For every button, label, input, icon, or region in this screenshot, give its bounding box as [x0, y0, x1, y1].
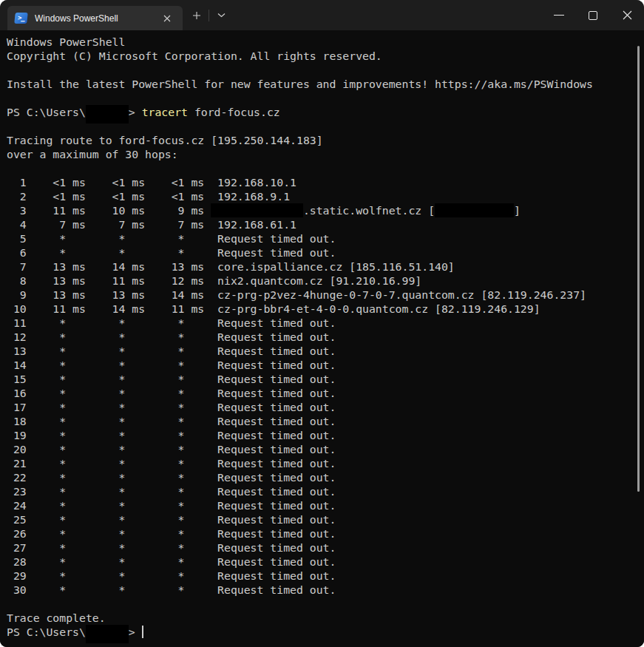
plus-icon	[192, 11, 201, 20]
tabbar-divider	[209, 10, 209, 21]
terminal-line: 7 13 ms 14 ms 13 ms core.ispalliance.cz …	[7, 260, 644, 274]
terminal-text: 27 * * * Request timed out.	[7, 541, 336, 554]
terminal-line: 30 * * * Request timed out.	[7, 583, 644, 597]
terminal-line	[7, 91, 644, 105]
tab-title: Windows PowerShell	[35, 13, 157, 24]
terminal-text: 11 * * * Request timed out.	[7, 316, 336, 329]
terminal-text: over a maximum of 30 hops:	[7, 148, 178, 160]
terminal-text: 13 * * * Request timed out.	[7, 345, 336, 357]
terminal-line: 1 <1 ms <1 ms <1 ms 192.168.10.1	[7, 175, 644, 189]
terminal-line: 20 * * * Request timed out.	[7, 442, 644, 456]
redaction-box	[86, 625, 129, 639]
redaction-box	[211, 203, 303, 217]
terminal-line: Trace complete.	[7, 611, 644, 625]
terminal-text: 23 * * * Request timed out.	[7, 485, 336, 498]
terminal-viewport[interactable]: Windows PowerShellCopyright (C) Microsof…	[0, 30, 644, 647]
terminal-line: 9 13 ms 13 ms 14 ms cz-prg-p2vez-4hunge-…	[7, 288, 644, 302]
terminal-line: Tracing route to ford-focus.cz [195.250.…	[7, 133, 644, 147]
terminal-text: 10 11 ms 14 ms 11 ms cz-prg-bbr4-et-4-0-…	[7, 302, 540, 315]
redaction-box	[435, 203, 514, 217]
redaction-box	[86, 105, 129, 119]
terminal-line	[7, 119, 644, 133]
terminal-line: 11 * * * Request timed out.	[7, 316, 644, 330]
terminal-text: 18 * * * Request timed out.	[7, 415, 336, 427]
terminal-line: PS C:\Users\> tracert ford-focus.cz	[7, 105, 644, 119]
tab-dropdown-button[interactable]	[211, 6, 231, 25]
minimize-icon	[554, 15, 564, 16]
terminal-line: 13 * * * Request timed out.	[7, 344, 644, 358]
chevron-down-icon	[217, 13, 226, 18]
terminal-text: 19 * * * Request timed out.	[7, 429, 336, 441]
terminal-line: 19 * * * Request timed out.	[7, 428, 644, 442]
terminal-text: PS C:\Users\	[7, 106, 86, 118]
terminal-text: 8 13 ms 11 ms 12 ms nix2.quantcom.cz [91…	[7, 274, 421, 287]
terminal-line: 4 7 ms 7 ms 7 ms 192.168.61.1	[7, 217, 644, 231]
terminal-text: ford-focus.cz	[188, 106, 280, 118]
terminal-text: 26 * * * Request timed out.	[7, 527, 336, 540]
terminal-text: 25 * * * Request timed out.	[7, 513, 336, 526]
terminal-cursor	[142, 626, 143, 638]
terminal-text: 24 * * * Request timed out.	[7, 499, 336, 512]
terminal-text: 30 * * * Request timed out.	[7, 583, 336, 596]
terminal-line: 6 * * * Request timed out.	[7, 245, 644, 260]
terminal-line	[7, 161, 644, 175]
titlebar[interactable]: >_ Windows PowerShell	[0, 0, 644, 30]
close-icon	[623, 10, 632, 20]
terminal-line	[7, 597, 644, 611]
terminal-line: 25 * * * Request timed out.	[7, 512, 644, 526]
terminal-text: Install the latest PowerShell for new fe…	[7, 78, 593, 90]
scrollbar[interactable]	[637, 46, 640, 492]
terminal-text: 21 * * * Request timed out.	[7, 457, 336, 470]
terminal-line: 16 * * * Request timed out.	[7, 386, 644, 400]
terminal-line: 17 * * * Request timed out.	[7, 400, 644, 414]
terminal-line: 21 * * * Request timed out.	[7, 456, 644, 470]
close-icon	[163, 15, 171, 22]
terminal-text: 14 * * * Request timed out.	[7, 359, 336, 371]
maximize-icon	[589, 11, 597, 20]
maximize-button[interactable]	[576, 0, 610, 30]
terminal-text: 17 * * * Request timed out.	[7, 401, 336, 413]
terminal-text: 1 <1 ms <1 ms <1 ms 192.168.10.1	[7, 176, 296, 189]
terminal-text: ]	[514, 204, 521, 217]
terminal-line: 2 <1 ms <1 ms <1 ms 192.168.9.1	[7, 189, 644, 203]
caption-buttons	[542, 0, 644, 30]
terminal-text: 22 * * * Request timed out.	[7, 471, 336, 484]
terminal-text: 5 * * * Request timed out.	[7, 232, 336, 245]
terminal-line: 10 11 ms 14 ms 11 ms cz-prg-bbr4-et-4-0-…	[7, 302, 644, 316]
minimize-button[interactable]	[542, 0, 576, 30]
new-tab-button[interactable]	[187, 6, 206, 25]
close-button[interactable]	[610, 0, 644, 30]
terminal-text: 15 * * * Request timed out.	[7, 373, 336, 385]
terminal-text: 12 * * * Request timed out.	[7, 331, 336, 343]
terminal-line: 26 * * * Request timed out.	[7, 526, 644, 541]
terminal-line: Copyright (C) Microsoft Corporation. All…	[7, 49, 644, 63]
terminal-line: 28 * * * Request timed out.	[7, 555, 644, 569]
terminal-text: Copyright (C) Microsoft Corporation. All…	[7, 50, 382, 62]
terminal-line: 29 * * * Request timed out.	[7, 569, 644, 583]
terminal-line: PS C:\Users\>	[7, 625, 644, 639]
terminal-text: 28 * * * Request timed out.	[7, 555, 336, 568]
tabbar-extra	[183, 0, 231, 30]
terminal-text: >	[129, 106, 142, 118]
terminal-line	[7, 63, 644, 77]
terminal-line: 5 * * * Request timed out.	[7, 231, 644, 245]
terminal-text: 20 * * * Request timed out.	[7, 443, 336, 455]
tab-windows-powershell[interactable]: >_ Windows PowerShell	[7, 6, 183, 30]
terminal-text: >	[129, 626, 142, 638]
terminal-line: Windows PowerShell	[7, 35, 644, 49]
terminal-text: 9 13 ms 13 ms 14 ms cz-prg-p2vez-4hunge-…	[7, 288, 586, 301]
terminal-text: Tracing route to ford-focus.cz [195.250.…	[7, 134, 323, 146]
terminal-text: PS C:\Users\	[7, 626, 86, 638]
terminal-line: 8 13 ms 11 ms 12 ms nix2.quantcom.cz [91…	[7, 274, 644, 288]
terminal-text: 7 13 ms 14 ms 13 ms core.ispalliance.cz …	[7, 260, 455, 273]
terminal-window: >_ Windows PowerShell	[0, 0, 644, 647]
tab-close-button[interactable]	[157, 9, 177, 28]
terminal-line: 14 * * * Request timed out.	[7, 358, 644, 372]
terminal-text: 6 * * * Request timed out.	[7, 246, 336, 259]
terminal-line: 12 * * * Request timed out.	[7, 330, 644, 344]
terminal-lines: Windows PowerShellCopyright (C) Microsof…	[7, 35, 644, 639]
terminal-text: 3 11 ms 10 ms 9 ms	[7, 204, 211, 217]
powershell-icon: >_	[14, 13, 28, 24]
terminal-line: 27 * * * Request timed out.	[7, 541, 644, 555]
terminal-text: 16 * * * Request timed out.	[7, 387, 336, 399]
